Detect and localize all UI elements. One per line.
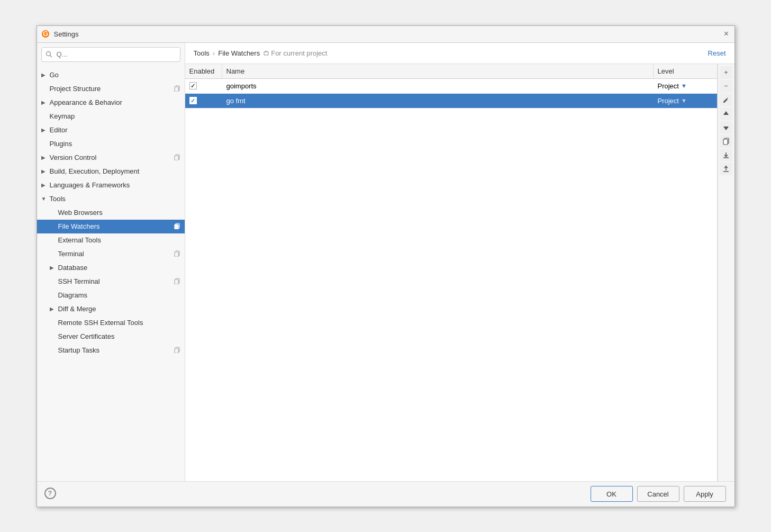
sidebar-item-go[interactable]: ▶Go (37, 68, 185, 82)
breadcrumb-current: File Watchers (218, 49, 260, 57)
file-watchers-copy-icon (174, 223, 180, 230)
sidebar-item-tools[interactable]: ▼Tools (37, 192, 185, 206)
svg-text:G: G (42, 30, 48, 38)
col-level-header: Level (654, 64, 717, 78)
sidebar: ▶GoProject Structure▶Appearance & Behavi… (37, 43, 185, 481)
goimports-enabled-cell (185, 79, 222, 93)
svg-rect-13 (175, 348, 178, 353)
editor-arrow: ▶ (41, 127, 50, 133)
svg-rect-11 (175, 279, 178, 284)
titlebar: G Settings × (37, 26, 734, 43)
table-row-go-fmt[interactable]: go fmtProject▼ (185, 94, 717, 109)
project-structure-label: Project Structure (50, 85, 172, 93)
titlebar-left: G Settings (41, 30, 79, 38)
sidebar-item-web-browsers[interactable]: Web Browsers (37, 206, 185, 220)
sidebar-item-languages-frameworks[interactable]: ▶Languages & Frameworks (37, 178, 185, 192)
sidebar-item-plugins[interactable]: Plugins (37, 137, 185, 151)
bottom-bar: OK Cancel Apply (37, 481, 734, 507)
go-fmt-level-text: Project (658, 97, 679, 105)
move-down-button[interactable] (720, 121, 732, 134)
goimports-level-text: Project (658, 82, 679, 90)
col-name-header: Name (222, 64, 654, 78)
ssh-terminal-copy-icon (174, 278, 180, 285)
goimports-level-cell: Project▼ (654, 79, 717, 93)
keymap-label: Keymap (50, 112, 180, 120)
diff-merge-label: Diff & Merge (58, 305, 180, 313)
ok-button[interactable]: OK (591, 486, 633, 502)
sidebar-item-startup-tasks[interactable]: Startup Tasks (37, 344, 185, 357)
goimports-checkbox[interactable] (189, 82, 197, 89)
copy-button[interactable] (720, 135, 732, 148)
appearance-behavior-label: Appearance & Behavior (50, 98, 180, 106)
sidebar-item-remote-ssh-external-tools[interactable]: Remote SSH External Tools (37, 316, 185, 330)
sidebar-item-build-execution-deployment[interactable]: ▶Build, Execution, Deployment (37, 165, 185, 178)
breadcrumb-separator: › (213, 49, 215, 57)
edit-button[interactable] (720, 94, 732, 106)
editor-label: Editor (50, 126, 180, 134)
ssh-terminal-label: SSH Terminal (58, 277, 172, 285)
main-content: ▶GoProject Structure▶Appearance & Behavi… (37, 43, 734, 481)
svg-rect-17 (723, 139, 728, 145)
tools-arrow: ▼ (41, 196, 50, 202)
panel-body: Enabled Name Level goimportsProject▼go f… (185, 64, 734, 481)
languages-frameworks-arrow: ▶ (41, 182, 50, 188)
sidebar-item-terminal[interactable]: Terminal (37, 247, 185, 261)
sidebar-item-server-certificates[interactable]: Server Certificates (37, 330, 185, 344)
svg-rect-9 (175, 252, 178, 257)
go-label: Go (50, 71, 180, 79)
terminal-copy-icon (174, 250, 180, 258)
build-execution-deployment-label: Build, Execution, Deployment (50, 167, 180, 175)
sidebar-item-version-control[interactable]: ▶Version Control (37, 151, 185, 165)
help-button[interactable]: ? (44, 488, 56, 499)
web-browsers-label: Web Browsers (58, 209, 180, 217)
export-button[interactable] (720, 163, 732, 175)
sidebar-item-ssh-terminal[interactable]: SSH Terminal (37, 275, 185, 288)
sidebar-item-editor[interactable]: ▶Editor (37, 123, 185, 137)
move-up-button[interactable] (720, 107, 732, 120)
sidebar-item-project-structure[interactable]: Project Structure (37, 82, 185, 96)
database-arrow: ▶ (50, 265, 58, 270)
window-title: Settings (54, 30, 79, 38)
svg-rect-5 (175, 156, 178, 160)
sidebar-item-file-watchers[interactable]: File Watchers (37, 220, 185, 233)
breadcrumb: Tools › File Watchers For current projec… (194, 49, 328, 57)
go-fmt-enabled-cell (185, 94, 222, 108)
search-input[interactable] (41, 47, 180, 62)
version-control-label: Version Control (50, 154, 172, 161)
import-button[interactable] (720, 149, 732, 161)
project-structure-copy-icon (174, 85, 180, 93)
version-control-arrow: ▶ (41, 155, 50, 160)
remove-button[interactable]: − (720, 80, 732, 93)
server-certificates-label: Server Certificates (58, 332, 180, 340)
build-execution-deployment-arrow: ▶ (41, 168, 50, 174)
sidebar-item-database[interactable]: ▶Database (37, 261, 185, 275)
table-header: Enabled Name Level (185, 64, 717, 79)
cancel-button[interactable]: Cancel (637, 486, 679, 502)
remote-ssh-external-tools-label: Remote SSH External Tools (58, 319, 180, 327)
goimports-level-dropdown[interactable]: ▼ (681, 83, 687, 89)
version-control-copy-icon (174, 154, 180, 161)
table-area: Enabled Name Level goimportsProject▼go f… (185, 64, 718, 481)
table-row-goimports[interactable]: goimportsProject▼ (185, 79, 717, 94)
breadcrumb-root: Tools (194, 49, 210, 57)
svg-rect-3 (175, 87, 178, 92)
close-button[interactable]: × (723, 30, 730, 38)
reset-link[interactable]: Reset (708, 49, 726, 57)
col-enabled-header: Enabled (185, 64, 222, 78)
terminal-label: Terminal (58, 250, 172, 258)
plugins-label: Plugins (50, 140, 180, 148)
sidebar-item-external-tools[interactable]: External Tools (37, 233, 185, 247)
go-fmt-checkbox[interactable] (189, 97, 197, 104)
sidebar-item-keymap[interactable]: Keymap (37, 110, 185, 123)
go-fmt-level-dropdown[interactable]: ▼ (681, 97, 687, 104)
go-fmt-level-cell: Project▼ (654, 94, 717, 108)
sidebar-item-diff-merge[interactable]: ▶Diff & Merge (37, 302, 185, 316)
add-button[interactable]: + (720, 66, 732, 79)
go-arrow: ▶ (41, 72, 50, 78)
sidebar-item-diagrams[interactable]: Diagrams (37, 288, 185, 302)
svg-marker-15 (723, 127, 729, 130)
diff-merge-arrow: ▶ (50, 306, 58, 312)
apply-button[interactable]: Apply (684, 486, 726, 502)
sidebar-item-appearance-behavior[interactable]: ▶Appearance & Behavior (37, 96, 185, 110)
svg-marker-14 (723, 111, 729, 115)
